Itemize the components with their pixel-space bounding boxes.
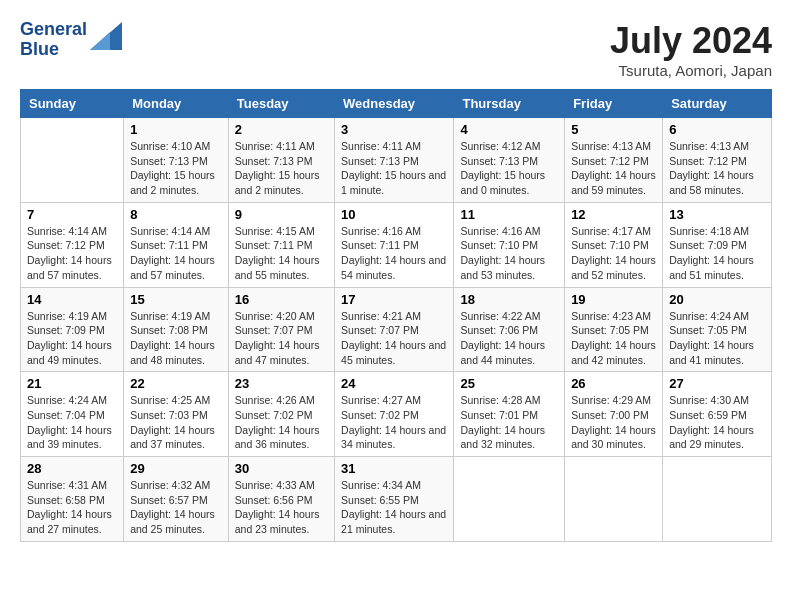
day-number: 22: [130, 376, 222, 391]
day-number: 16: [235, 292, 328, 307]
day-number: 25: [460, 376, 558, 391]
week-row-4: 28Sunrise: 4:31 AMSunset: 6:58 PMDayligh…: [21, 457, 772, 542]
calendar-cell: 20Sunrise: 4:24 AMSunset: 7:05 PMDayligh…: [663, 287, 772, 372]
day-info: Sunrise: 4:12 AMSunset: 7:13 PMDaylight:…: [460, 139, 558, 198]
svg-marker-1: [90, 32, 110, 50]
calendar-cell: [454, 457, 565, 542]
header-friday: Friday: [565, 90, 663, 118]
day-number: 21: [27, 376, 117, 391]
day-info: Sunrise: 4:13 AMSunset: 7:12 PMDaylight:…: [571, 139, 656, 198]
header-thursday: Thursday: [454, 90, 565, 118]
day-number: 12: [571, 207, 656, 222]
calendar-cell: 29Sunrise: 4:32 AMSunset: 6:57 PMDayligh…: [124, 457, 229, 542]
calendar-cell: 3Sunrise: 4:11 AMSunset: 7:13 PMDaylight…: [335, 118, 454, 203]
day-number: 4: [460, 122, 558, 137]
day-info: Sunrise: 4:13 AMSunset: 7:12 PMDaylight:…: [669, 139, 765, 198]
header-monday: Monday: [124, 90, 229, 118]
header-tuesday: Tuesday: [228, 90, 334, 118]
day-number: 30: [235, 461, 328, 476]
day-info: Sunrise: 4:24 AMSunset: 7:05 PMDaylight:…: [669, 309, 765, 368]
title-block: July 2024 Tsuruta, Aomori, Japan: [610, 20, 772, 79]
day-info: Sunrise: 4:26 AMSunset: 7:02 PMDaylight:…: [235, 393, 328, 452]
day-number: 31: [341, 461, 447, 476]
header-sunday: Sunday: [21, 90, 124, 118]
day-number: 10: [341, 207, 447, 222]
day-number: 29: [130, 461, 222, 476]
day-info: Sunrise: 4:25 AMSunset: 7:03 PMDaylight:…: [130, 393, 222, 452]
day-info: Sunrise: 4:20 AMSunset: 7:07 PMDaylight:…: [235, 309, 328, 368]
calendar-cell: 25Sunrise: 4:28 AMSunset: 7:01 PMDayligh…: [454, 372, 565, 457]
day-number: 24: [341, 376, 447, 391]
day-number: 5: [571, 122, 656, 137]
day-number: 9: [235, 207, 328, 222]
month-title: July 2024: [610, 20, 772, 62]
header-saturday: Saturday: [663, 90, 772, 118]
day-number: 23: [235, 376, 328, 391]
day-number: 14: [27, 292, 117, 307]
day-number: 13: [669, 207, 765, 222]
calendar-cell: 11Sunrise: 4:16 AMSunset: 7:10 PMDayligh…: [454, 202, 565, 287]
day-info: Sunrise: 4:16 AMSunset: 7:11 PMDaylight:…: [341, 224, 447, 283]
day-info: Sunrise: 4:28 AMSunset: 7:01 PMDaylight:…: [460, 393, 558, 452]
day-info: Sunrise: 4:33 AMSunset: 6:56 PMDaylight:…: [235, 478, 328, 537]
calendar-cell: 27Sunrise: 4:30 AMSunset: 6:59 PMDayligh…: [663, 372, 772, 457]
calendar-cell: 2Sunrise: 4:11 AMSunset: 7:13 PMDaylight…: [228, 118, 334, 203]
calendar-cell: 9Sunrise: 4:15 AMSunset: 7:11 PMDaylight…: [228, 202, 334, 287]
day-info: Sunrise: 4:14 AMSunset: 7:11 PMDaylight:…: [130, 224, 222, 283]
calendar-cell: 19Sunrise: 4:23 AMSunset: 7:05 PMDayligh…: [565, 287, 663, 372]
day-number: 20: [669, 292, 765, 307]
day-info: Sunrise: 4:30 AMSunset: 6:59 PMDaylight:…: [669, 393, 765, 452]
calendar-cell: 13Sunrise: 4:18 AMSunset: 7:09 PMDayligh…: [663, 202, 772, 287]
day-number: 11: [460, 207, 558, 222]
calendar-cell: 16Sunrise: 4:20 AMSunset: 7:07 PMDayligh…: [228, 287, 334, 372]
calendar-body: 1Sunrise: 4:10 AMSunset: 7:13 PMDaylight…: [21, 118, 772, 542]
calendar-cell: 1Sunrise: 4:10 AMSunset: 7:13 PMDaylight…: [124, 118, 229, 203]
day-info: Sunrise: 4:14 AMSunset: 7:12 PMDaylight:…: [27, 224, 117, 283]
day-info: Sunrise: 4:21 AMSunset: 7:07 PMDaylight:…: [341, 309, 447, 368]
calendar-cell: 14Sunrise: 4:19 AMSunset: 7:09 PMDayligh…: [21, 287, 124, 372]
day-info: Sunrise: 4:10 AMSunset: 7:13 PMDaylight:…: [130, 139, 222, 198]
calendar-cell: [21, 118, 124, 203]
day-info: Sunrise: 4:11 AMSunset: 7:13 PMDaylight:…: [341, 139, 447, 198]
calendar-cell: 8Sunrise: 4:14 AMSunset: 7:11 PMDaylight…: [124, 202, 229, 287]
day-info: Sunrise: 4:27 AMSunset: 7:02 PMDaylight:…: [341, 393, 447, 452]
day-info: Sunrise: 4:34 AMSunset: 6:55 PMDaylight:…: [341, 478, 447, 537]
calendar-cell: 26Sunrise: 4:29 AMSunset: 7:00 PMDayligh…: [565, 372, 663, 457]
calendar-cell: 31Sunrise: 4:34 AMSunset: 6:55 PMDayligh…: [335, 457, 454, 542]
day-info: Sunrise: 4:29 AMSunset: 7:00 PMDaylight:…: [571, 393, 656, 452]
week-row-3: 21Sunrise: 4:24 AMSunset: 7:04 PMDayligh…: [21, 372, 772, 457]
calendar-cell: 28Sunrise: 4:31 AMSunset: 6:58 PMDayligh…: [21, 457, 124, 542]
calendar-table: SundayMondayTuesdayWednesdayThursdayFrid…: [20, 89, 772, 542]
week-row-0: 1Sunrise: 4:10 AMSunset: 7:13 PMDaylight…: [21, 118, 772, 203]
day-number: 7: [27, 207, 117, 222]
day-number: 15: [130, 292, 222, 307]
day-info: Sunrise: 4:11 AMSunset: 7:13 PMDaylight:…: [235, 139, 328, 198]
calendar-cell: 21Sunrise: 4:24 AMSunset: 7:04 PMDayligh…: [21, 372, 124, 457]
day-info: Sunrise: 4:19 AMSunset: 7:09 PMDaylight:…: [27, 309, 117, 368]
day-number: 1: [130, 122, 222, 137]
calendar-cell: 10Sunrise: 4:16 AMSunset: 7:11 PMDayligh…: [335, 202, 454, 287]
calendar-cell: 5Sunrise: 4:13 AMSunset: 7:12 PMDaylight…: [565, 118, 663, 203]
day-info: Sunrise: 4:32 AMSunset: 6:57 PMDaylight:…: [130, 478, 222, 537]
calendar-cell: [663, 457, 772, 542]
calendar-cell: 22Sunrise: 4:25 AMSunset: 7:03 PMDayligh…: [124, 372, 229, 457]
day-number: 17: [341, 292, 447, 307]
location: Tsuruta, Aomori, Japan: [610, 62, 772, 79]
calendar-cell: 12Sunrise: 4:17 AMSunset: 7:10 PMDayligh…: [565, 202, 663, 287]
day-info: Sunrise: 4:17 AMSunset: 7:10 PMDaylight:…: [571, 224, 656, 283]
day-info: Sunrise: 4:24 AMSunset: 7:04 PMDaylight:…: [27, 393, 117, 452]
calendar-cell: 23Sunrise: 4:26 AMSunset: 7:02 PMDayligh…: [228, 372, 334, 457]
day-number: 28: [27, 461, 117, 476]
calendar-cell: 6Sunrise: 4:13 AMSunset: 7:12 PMDaylight…: [663, 118, 772, 203]
calendar-cell: 4Sunrise: 4:12 AMSunset: 7:13 PMDaylight…: [454, 118, 565, 203]
calendar-cell: 17Sunrise: 4:21 AMSunset: 7:07 PMDayligh…: [335, 287, 454, 372]
page-header: General Blue July 2024 Tsuruta, Aomori, …: [20, 20, 772, 79]
day-number: 26: [571, 376, 656, 391]
day-info: Sunrise: 4:19 AMSunset: 7:08 PMDaylight:…: [130, 309, 222, 368]
day-info: Sunrise: 4:16 AMSunset: 7:10 PMDaylight:…: [460, 224, 558, 283]
header-wednesday: Wednesday: [335, 90, 454, 118]
logo-line2: Blue: [20, 40, 87, 60]
calendar-header-row: SundayMondayTuesdayWednesdayThursdayFrid…: [21, 90, 772, 118]
week-row-2: 14Sunrise: 4:19 AMSunset: 7:09 PMDayligh…: [21, 287, 772, 372]
calendar-cell: 15Sunrise: 4:19 AMSunset: 7:08 PMDayligh…: [124, 287, 229, 372]
